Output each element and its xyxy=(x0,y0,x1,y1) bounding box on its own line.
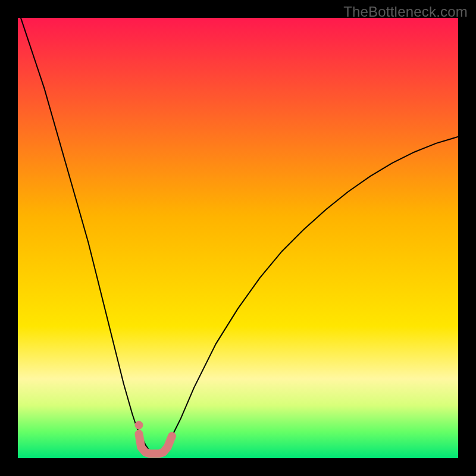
watermark-text: TheBottleneck.com xyxy=(343,4,468,20)
plot-background xyxy=(18,18,458,458)
marker-left-dot xyxy=(135,421,143,430)
bottleneck-chart xyxy=(18,18,458,458)
chart-frame: TheBottleneck.com xyxy=(0,0,476,476)
